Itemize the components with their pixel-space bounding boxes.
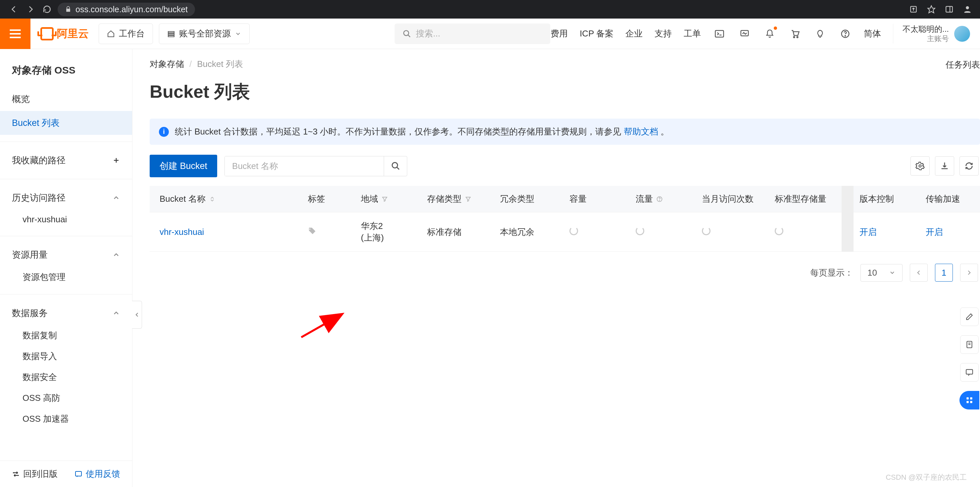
help-icon bbox=[656, 196, 663, 203]
crumb-root[interactable]: 对象存储 bbox=[150, 58, 184, 70]
sidebar-item-bucket-list[interactable]: Bucket 列表 bbox=[0, 111, 132, 135]
refresh-button[interactable] bbox=[959, 156, 979, 176]
loading-icon bbox=[775, 227, 783, 235]
col-region[interactable]: 地域 bbox=[355, 186, 421, 212]
sidebar-item-overview[interactable]: 概览 bbox=[0, 87, 132, 111]
svg-rect-34 bbox=[970, 397, 972, 399]
col-storage[interactable]: 存储类型 bbox=[421, 186, 494, 212]
cloudshell-icon[interactable] bbox=[713, 27, 726, 40]
sidebar-data-item[interactable]: 数据复制 bbox=[0, 325, 132, 346]
page-1-button[interactable]: 1 bbox=[935, 264, 953, 282]
chevron-down-icon bbox=[235, 30, 241, 37]
panel-icon[interactable] bbox=[945, 5, 953, 14]
settings-button[interactable] bbox=[910, 156, 930, 176]
next-page-button[interactable] bbox=[960, 264, 978, 282]
bucket-search-input[interactable] bbox=[225, 156, 384, 176]
nav-enterprise[interactable]: 企业 bbox=[625, 28, 643, 40]
back-icon[interactable] bbox=[8, 3, 20, 15]
nav-ticket[interactable]: 工单 bbox=[684, 28, 701, 40]
chevron-up-icon bbox=[112, 194, 120, 202]
svg-point-4 bbox=[966, 6, 969, 9]
col-tag: 标签 bbox=[302, 186, 355, 212]
chevron-up-icon bbox=[112, 309, 120, 317]
version-link[interactable]: 开启 bbox=[859, 227, 877, 237]
workbench-button[interactable]: 工作台 bbox=[99, 24, 153, 44]
float-chat-button[interactable] bbox=[960, 363, 979, 382]
col-accel: 传输加速 bbox=[920, 186, 980, 212]
svg-rect-22 bbox=[75, 471, 81, 476]
collapse-sidebar-button[interactable] bbox=[132, 301, 142, 329]
sidebar: 对象存储 OSS 概览 Bucket 列表 我收藏的路径 历史访问路径 vhr-… bbox=[0, 49, 132, 487]
page-title: Bucket 列表 bbox=[150, 80, 980, 104]
sidebar-favorites[interactable]: 我收藏的路径 bbox=[0, 148, 132, 172]
sidebar-usage[interactable]: 资源用量 bbox=[0, 243, 132, 267]
logo-text: 阿里云 bbox=[57, 27, 89, 41]
share-icon[interactable] bbox=[909, 5, 918, 14]
nav-icp[interactable]: ICP 备案 bbox=[580, 28, 614, 40]
nav-lang[interactable]: 简体 bbox=[864, 28, 881, 40]
bulb-icon[interactable] bbox=[813, 27, 827, 40]
screen-icon[interactable] bbox=[738, 27, 751, 40]
sidebar-data-item[interactable]: 数据导入 bbox=[0, 346, 132, 367]
svg-marker-1 bbox=[928, 6, 935, 13]
search-icon bbox=[402, 29, 411, 38]
help-icon[interactable] bbox=[838, 27, 852, 40]
page-size-label: 每页显示： bbox=[810, 267, 853, 279]
info-icon: i bbox=[159, 127, 169, 137]
svg-point-17 bbox=[797, 37, 798, 38]
nav-support[interactable]: 支持 bbox=[655, 28, 672, 40]
sidebar-data-services[interactable]: 数据服务 bbox=[0, 301, 132, 325]
bell-icon[interactable] bbox=[763, 27, 776, 40]
reload-icon[interactable] bbox=[41, 3, 53, 15]
svg-rect-13 bbox=[715, 30, 724, 37]
task-list-link[interactable]: 任务列表 bbox=[945, 59, 980, 70]
download-button[interactable] bbox=[935, 156, 954, 176]
account-scope-button[interactable]: 账号全部资源 bbox=[159, 24, 250, 44]
profile-icon[interactable] bbox=[963, 5, 972, 14]
global-search[interactable] bbox=[395, 24, 550, 44]
svg-line-28 bbox=[301, 315, 341, 337]
accel-link[interactable]: 开启 bbox=[926, 227, 943, 237]
tag-icon[interactable] bbox=[308, 227, 317, 235]
prev-page-button[interactable] bbox=[910, 264, 928, 282]
sidebar-usage-item[interactable]: 资源包管理 bbox=[0, 267, 132, 287]
col-name[interactable]: Bucket 名称 bbox=[150, 186, 302, 212]
refresh-icon bbox=[964, 161, 974, 171]
cell-traffic bbox=[630, 212, 696, 252]
float-edit-button[interactable] bbox=[960, 307, 979, 326]
sidebar-history-item[interactable]: vhr-xushuai bbox=[0, 210, 132, 229]
user-menu[interactable]: 不太聪明的... 主账号 bbox=[893, 24, 970, 44]
float-doc-button[interactable] bbox=[960, 335, 979, 354]
search-icon bbox=[391, 161, 400, 171]
main-content: 对象存储 / Bucket 列表 任务列表 Bucket 列表 i 统计 Buc… bbox=[132, 49, 980, 487]
back-old-version[interactable]: 回到旧版 bbox=[12, 468, 57, 480]
col-traffic: 流量 bbox=[630, 186, 696, 212]
loading-icon bbox=[702, 227, 711, 235]
svg-point-25 bbox=[919, 165, 921, 167]
address-bar[interactable]: oss.console.aliyun.com/bucket bbox=[57, 3, 195, 16]
feedback-link[interactable]: 使用反馈 bbox=[75, 468, 120, 480]
plus-icon[interactable] bbox=[112, 156, 120, 164]
help-doc-link[interactable]: 帮助文档 bbox=[624, 126, 658, 136]
bucket-search-button[interactable] bbox=[384, 156, 407, 176]
sidebar-history[interactable]: 历史访问路径 bbox=[0, 186, 132, 210]
bucket-name-link[interactable]: vhr-xushuai bbox=[159, 227, 204, 237]
global-search-input[interactable] bbox=[416, 29, 542, 39]
logo[interactable]: 阿里云 bbox=[30, 27, 99, 41]
float-buttons bbox=[959, 307, 979, 409]
menu-button[interactable] bbox=[0, 19, 30, 49]
sidebar-data-item[interactable]: OSS 高防 bbox=[0, 388, 132, 409]
forward-icon[interactable] bbox=[24, 3, 37, 15]
sidebar-data-item[interactable]: 数据安全 bbox=[0, 367, 132, 388]
gear-icon bbox=[915, 161, 925, 171]
col-capacity: 容量 bbox=[563, 186, 630, 212]
svg-rect-8 bbox=[168, 32, 174, 33]
svg-rect-2 bbox=[946, 6, 953, 12]
cart-icon[interactable] bbox=[788, 27, 802, 40]
sidebar-data-item[interactable]: OSS 加速器 bbox=[0, 409, 132, 430]
float-apps-button[interactable] bbox=[959, 391, 979, 409]
create-bucket-button[interactable]: 创建 Bucket bbox=[150, 155, 217, 177]
star-icon[interactable] bbox=[927, 5, 935, 14]
nav-cost[interactable]: 费用 bbox=[550, 28, 568, 40]
page-size-select[interactable]: 10 bbox=[861, 264, 902, 282]
